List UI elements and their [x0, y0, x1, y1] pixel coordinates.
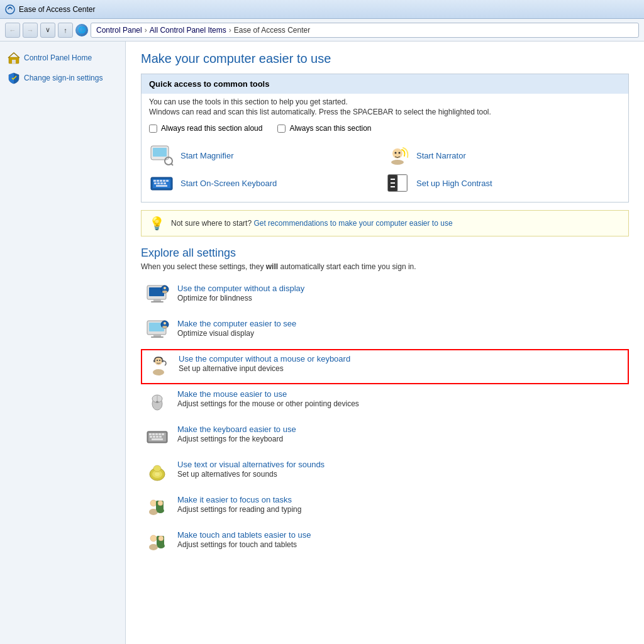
focus-tasks-link[interactable]: Make it easier to focus on tasks	[177, 495, 301, 504]
no-display-desc: Optimize for blindness	[177, 294, 252, 303]
sounds-icon	[143, 460, 171, 485]
always-scan-checkbox[interactable]	[277, 125, 286, 133]
setting-easier-keyboard[interactable]: Make the keyboard easier to use Adjust s…	[141, 419, 629, 455]
svg-rect-23	[164, 182, 166, 184]
svg-rect-19	[166, 180, 169, 182]
no-mouse-link[interactable]: Use the computer without a mouse or keyb…	[179, 354, 350, 364]
svg-point-44	[162, 326, 167, 328]
no-mouse-desc: Set up alternative input devices	[179, 364, 284, 373]
text-sounds-text: Use text or visual alternatives for soun…	[177, 460, 325, 479]
easier-see-link[interactable]: Make the computer easier to see	[177, 319, 296, 328]
svg-rect-15	[153, 180, 156, 182]
sidebar-item-change-signin[interactable]: Change sign-in settings	[8, 72, 118, 84]
contrast-link[interactable]: Set up High Contrast	[416, 179, 492, 188]
checkboxes-row: Always read this section aloud Always sc…	[142, 121, 628, 139]
quick-access-desc2: Windows can read and scan this list auto…	[142, 106, 628, 121]
no-mouse-icon	[145, 354, 172, 379]
sidebar-item-control-panel-home[interactable]: Control Panel Home	[8, 52, 118, 64]
no-display-link[interactable]: Use the computer without a display	[177, 284, 304, 293]
svg-point-36	[164, 287, 166, 289]
focus-icon	[143, 495, 171, 520]
dropdown-button[interactable]: ∨	[40, 23, 55, 38]
window-title: Ease of Access Center	[19, 5, 95, 14]
setting-no-mouse-keyboard[interactable]: Use the computer without a mouse or keyb…	[141, 349, 629, 384]
shield-icon	[8, 72, 20, 84]
setting-no-display[interactable]: Use the computer without a display Optim…	[141, 279, 629, 314]
tool-keyboard[interactable]: Start On-Screen Keyboard	[149, 172, 385, 194]
svg-point-47	[159, 360, 160, 361]
tip-link[interactable]: Get recommendations to make your compute…	[253, 219, 452, 228]
svg-rect-64	[156, 436, 158, 438]
home-icon	[8, 52, 20, 64]
keyboard-link[interactable]: Start On-Screen Keyboard	[180, 179, 277, 188]
easier-keyboard-text: Make the keyboard easier to use Adjust s…	[177, 425, 296, 443]
easier-see-icon	[143, 319, 171, 344]
forward-button[interactable]: →	[23, 23, 38, 38]
breadcrumb-current: Ease of Access Center	[234, 26, 310, 35]
svg-point-80	[157, 543, 165, 548]
easier-keyboard-link[interactable]: Make the keyboard easier to use	[177, 425, 296, 434]
setting-easier-see[interactable]: Make the computer easier to see Optimize…	[141, 314, 629, 349]
easier-keyboard-desc: Adjust settings for the keyboard	[177, 435, 283, 443]
svg-rect-21	[157, 182, 160, 184]
always-read-checkbox[interactable]	[149, 125, 157, 133]
svg-line-7	[171, 164, 173, 165]
tip-icon: 💡	[149, 216, 165, 231]
svg-rect-20	[154, 182, 157, 184]
svg-rect-16	[157, 180, 159, 182]
svg-rect-33	[153, 299, 161, 301]
up-button[interactable]: ↑	[58, 23, 73, 38]
breadcrumb-all-items[interactable]: All Control Panel Items	[150, 26, 226, 35]
tool-contrast[interactable]: Set up High Contrast	[385, 172, 621, 194]
svg-point-75	[157, 508, 164, 513]
svg-rect-3	[12, 60, 16, 64]
setting-text-sounds[interactable]: Use text or visual alternatives for soun…	[141, 455, 629, 490]
quick-access-box: Quick access to common tools You can use…	[141, 74, 629, 203]
app-icon	[5, 4, 15, 14]
title-bar: Ease of Access Center	[0, 0, 644, 19]
setting-easier-mouse[interactable]: Make the mouse easier to use Adjust sett…	[141, 384, 629, 419]
svg-rect-62	[150, 436, 152, 438]
svg-rect-30	[391, 186, 395, 187]
svg-rect-66	[152, 438, 163, 440]
svg-rect-40	[153, 335, 161, 336]
page-title: Make your computer easier to use	[141, 52, 629, 66]
easier-mouse-link[interactable]: Make the mouse easier to use	[177, 389, 359, 399]
always-scan-label[interactable]: Always scan this section	[277, 124, 371, 133]
browser-icon: 🌐	[75, 24, 88, 36]
svg-point-77	[149, 544, 158, 550]
setting-touch-tablets[interactable]: Make touch and tablets easier to use Adj…	[141, 525, 629, 560]
svg-point-9	[391, 160, 404, 165]
svg-point-48	[153, 369, 164, 375]
svg-point-71	[150, 500, 157, 506]
svg-point-46	[157, 360, 158, 361]
svg-rect-65	[159, 436, 162, 438]
magnifier-icon	[149, 144, 174, 167]
svg-point-0	[6, 5, 14, 14]
text-sounds-link[interactable]: Use text or visual alternatives for soun…	[177, 460, 325, 469]
svg-rect-50	[162, 360, 164, 362]
svg-point-1	[9, 6, 11, 8]
svg-rect-17	[160, 180, 162, 182]
setting-focus-tasks[interactable]: Make it easier to focus on tasks Adjust …	[141, 490, 629, 525]
touch-tablets-text: Make touch and tablets easier to use Adj…	[177, 530, 311, 549]
magnifier-link[interactable]: Start Magnifier	[180, 151, 234, 160]
breadcrumb-control-panel[interactable]: Control Panel	[96, 26, 142, 35]
easier-mouse-text: Make the mouse easier to use Adjust sett…	[177, 389, 359, 408]
tip-text: Not sure where to start? Get recommendat…	[171, 219, 453, 228]
explore-desc: When you select these settings, they wil…	[141, 262, 629, 271]
narrator-link[interactable]: Start Narrator	[416, 151, 466, 160]
sidebar: Control Panel Home Change sign-in settin…	[0, 42, 126, 644]
tool-narrator[interactable]: Start Narrator	[385, 144, 621, 167]
tool-magnifier[interactable]: Start Magnifier	[149, 144, 385, 167]
back-button[interactable]: ←	[5, 23, 20, 38]
settings-list: Use the computer without a display Optim…	[141, 279, 629, 560]
keyboard-icon	[149, 172, 174, 194]
svg-point-11	[395, 152, 397, 154]
svg-point-43	[164, 322, 166, 325]
touch-icon	[143, 530, 171, 555]
touch-tablets-link[interactable]: Make touch and tablets easier to use	[177, 530, 311, 540]
no-mouse-text: Use the computer without a mouse or keyb…	[179, 354, 350, 373]
always-read-label[interactable]: Always read this section aloud	[149, 124, 262, 133]
contrast-icon	[385, 172, 410, 194]
